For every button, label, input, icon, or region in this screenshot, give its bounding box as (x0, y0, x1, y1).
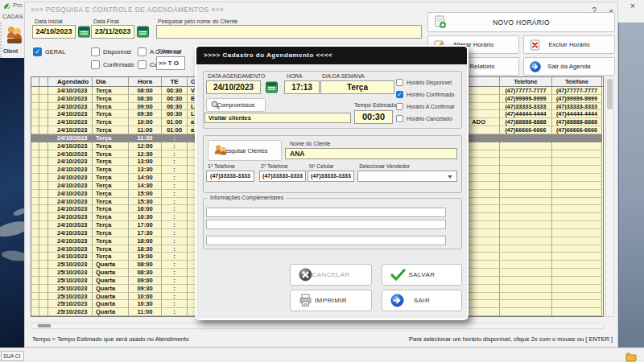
horario-cancelado-checkbox[interactable] (396, 115, 403, 122)
table-cell: 09:30 (129, 285, 162, 293)
data-agendamento-label: DATA AGENDAMENTO (208, 73, 265, 79)
horizontal-scrollbar[interactable] (31, 323, 604, 329)
salvar-label: SALVAR (409, 271, 436, 278)
table-cell: 24/10/2023 (48, 103, 93, 111)
clientes-toolbar-icon[interactable] (6, 25, 23, 46)
modal-titlebar[interactable]: >>>> Cadastro do Agendamento <<<< (196, 47, 467, 64)
table-cell: 24/10/2023 (48, 158, 93, 166)
column-header[interactable]: TE (162, 77, 188, 86)
compromissos-button[interactable]: Compromissos (206, 98, 266, 112)
table-cell (500, 150, 552, 158)
pesquisar-clientes-button[interactable]: Pesquisar Clientes (208, 140, 282, 161)
column-header[interactable] (31, 77, 39, 86)
salvar-button[interactable]: SALVAR (382, 264, 462, 286)
column-header[interactable]: Agendado (48, 77, 93, 86)
table-cell (500, 182, 552, 190)
info-line-2[interactable] (206, 220, 446, 229)
table-cell: Terça (93, 229, 129, 237)
data-final-label: Data Final (93, 19, 119, 24)
sair-button[interactable]: SAIR (382, 290, 462, 311)
status-folder-icon[interactable] (625, 352, 637, 362)
horario-confirmado-checkbox[interactable] (396, 91, 403, 98)
table-cell: Terça (93, 253, 129, 261)
table-cell (500, 213, 552, 221)
table-cell: 24/10/2023 (48, 87, 93, 95)
outer-close-button[interactable]: × (626, 1, 639, 11)
table-cell (39, 166, 48, 174)
hora-field[interactable]: 17:13 (284, 80, 320, 94)
menu-cadastros[interactable]: CADAS (2, 13, 23, 20)
table-cell: (47)33333-3333 (500, 103, 552, 111)
table-cell (31, 198, 39, 206)
table-cell (39, 87, 48, 95)
scrollbar-thumb[interactable] (607, 79, 613, 109)
table-cell (552, 261, 602, 269)
horario-disponivel-checkbox[interactable] (396, 79, 403, 86)
search-client-input[interactable] (156, 25, 422, 39)
geral-checkbox[interactable] (33, 47, 42, 56)
cadastro-modal: >>>> Cadastro do Agendamento <<<< DATA A… (195, 45, 469, 320)
filtrar-field[interactable]: >> T O (156, 56, 185, 70)
tel2-field[interactable]: (47)33333-3333 (259, 171, 306, 182)
calendar-icon[interactable] (266, 81, 278, 93)
table-cell (552, 229, 602, 237)
table-cell: 15:30 (129, 198, 162, 206)
magnifier-icon (211, 101, 220, 109)
celular-field[interactable]: (47)33333-3333 (308, 171, 354, 182)
table-cell: 24/10/2023 (48, 190, 93, 198)
calendar-icon[interactable] (137, 26, 149, 38)
excluir-horario-button[interactable]: Excluir Horário (523, 35, 615, 54)
tempo-estimado-field[interactable]: 00:30 (354, 110, 393, 124)
column-header[interactable]: Telefone (500, 77, 552, 86)
cancelados-checkbox[interactable] (138, 60, 147, 69)
geral-label: GERAL (45, 48, 65, 56)
info-line-1[interactable] (206, 208, 446, 217)
calendar-icon[interactable] (78, 26, 90, 38)
tel1-field[interactable]: (47)33333-3333 (206, 171, 254, 182)
sair-da-agenda-button[interactable]: Sair da Agenda (523, 57, 615, 76)
column-header[interactable] (39, 77, 48, 86)
table-cell: 14:30 (129, 182, 162, 190)
vertical-scrollbar[interactable] (605, 76, 614, 317)
table-cell (31, 95, 39, 103)
table-cell (552, 300, 602, 308)
dia-da-semana-field[interactable]: Terça (320, 80, 394, 94)
table-cell (31, 174, 39, 182)
column-header[interactable]: Hora (129, 77, 162, 86)
scrollbar-thumb[interactable] (38, 324, 51, 327)
data-inicial-field[interactable]: 24/10/2023 (32, 25, 76, 39)
a-confirmar-checkbox[interactable] (138, 47, 147, 56)
table-cell: (47)99999-9999 (500, 95, 552, 103)
table-cell (39, 118, 48, 126)
data-agendamento-field[interactable]: 24/10/2023 (206, 80, 261, 94)
disponivel-checkbox[interactable] (91, 47, 100, 56)
data-final-field[interactable]: 23/11/2023 (91, 25, 134, 39)
table-cell: 17:00 (129, 221, 162, 229)
table-cell: : (162, 308, 188, 316)
desktop-background (0, 58, 24, 348)
confirmado-checkbox[interactable] (91, 60, 100, 69)
table-cell (500, 277, 552, 285)
novo-horario-button[interactable]: NOVO HORÁRIO (427, 12, 615, 32)
desktop-background-right (618, 23, 644, 348)
horario-a-confirmar-checkbox[interactable] (396, 103, 403, 110)
column-header[interactable]: Dia (93, 77, 129, 86)
confirmado-label: Confirmado (103, 61, 134, 68)
table-cell (552, 142, 602, 150)
table-cell (39, 269, 48, 277)
cancelar-button[interactable]: CANCELAR (290, 264, 372, 286)
column-header[interactable]: Telefone (552, 77, 602, 86)
imprimir-button[interactable]: IMPRIMIR (290, 290, 372, 311)
nome-cliente-label: Nome do Cliente (290, 141, 331, 146)
table-cell (39, 142, 48, 150)
compromisso-field[interactable]: Visitar clientes (204, 113, 351, 123)
table-cell: Terça (93, 126, 129, 134)
nome-cliente-field[interactable]: ANA (285, 148, 457, 159)
table-cell (39, 308, 48, 316)
vendedor-dropdown[interactable] (357, 171, 457, 182)
table-cell (31, 277, 39, 285)
info-line-3[interactable] (206, 236, 446, 245)
vendedor-label: Selecionar Vendedor (359, 163, 410, 169)
table-cell (39, 277, 48, 285)
compromissos-label: Compromissos (217, 102, 255, 108)
